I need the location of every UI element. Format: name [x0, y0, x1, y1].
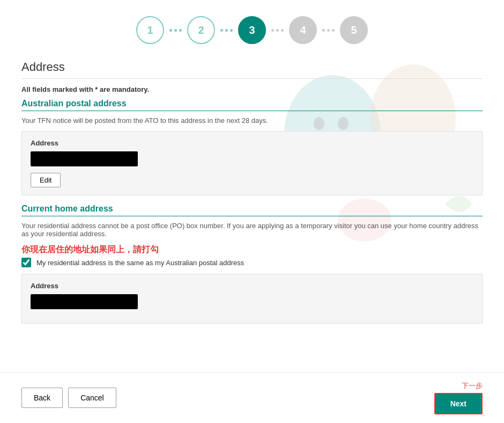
edit-button[interactable]: Edit: [31, 173, 61, 187]
step-dots-4-5: [322, 29, 335, 32]
step-5: 5: [340, 16, 368, 44]
footer: Back Cancel 下一步 Next: [0, 372, 504, 423]
same-address-checkbox[interactable]: [21, 258, 31, 267]
same-address-label: My residential address is the same as my…: [36, 259, 244, 267]
home-address-label: Address: [31, 282, 473, 290]
same-address-row: My residential address is the same as my…: [21, 258, 483, 267]
postal-address-label: Address: [31, 139, 473, 147]
home-info-text: Your residential address cannot be a pos…: [21, 222, 483, 238]
stepper: 1 2 3 4 5: [0, 0, 504, 55]
step-3: 3: [238, 16, 266, 44]
next-annotation: 下一步: [462, 381, 483, 391]
mandatory-note: All fields marked with * are mandatory.: [21, 85, 483, 93]
back-button[interactable]: Back: [21, 388, 63, 408]
postal-address-card: Address Edit: [21, 131, 483, 195]
step-1: 1: [136, 16, 164, 44]
postal-address-value: [31, 151, 138, 166]
step-dots-3-4: [271, 29, 284, 32]
step-dots-2-3: [220, 29, 233, 32]
home-address-card: Address: [21, 274, 483, 324]
postal-subsection-title: Australian postal address: [21, 99, 483, 111]
footer-left-buttons: Back Cancel: [21, 388, 116, 408]
postal-info-text: Your TFN notice will be posted from the …: [21, 116, 483, 125]
postal-address-section: Australian postal address Your TFN notic…: [21, 99, 483, 195]
home-address-section: Current home address Your residential ad…: [21, 204, 483, 324]
home-subsection-title: Current home address: [21, 204, 483, 216]
main-content: Address All fields marked with * are man…: [0, 55, 504, 343]
step-dots-1-2: [169, 29, 182, 32]
checkbox-annotation: 你現在居住的地址如果同上，請打勾: [21, 244, 483, 256]
page-title: Address: [21, 60, 483, 79]
cancel-button[interactable]: Cancel: [68, 388, 116, 408]
step-2: 2: [187, 16, 215, 44]
footer-right: 下一步 Next: [434, 381, 483, 414]
step-4: 4: [289, 16, 317, 44]
next-button[interactable]: Next: [434, 393, 483, 414]
home-address-value: [31, 294, 138, 309]
